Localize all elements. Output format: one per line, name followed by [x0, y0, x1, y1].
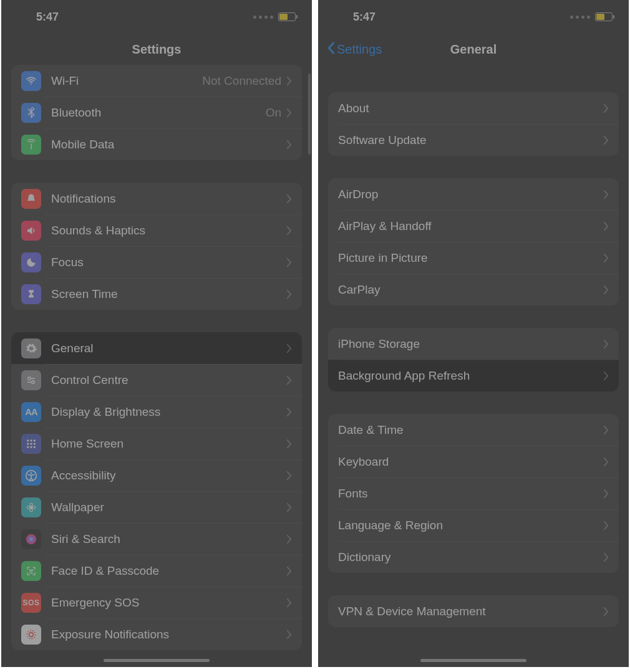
moon-icon: [21, 252, 41, 272]
row-mobile-data[interactable]: Mobile Data: [11, 128, 302, 160]
row-faceid[interactable]: Face ID & Passcode: [11, 555, 302, 587]
svg-point-16: [30, 509, 33, 512]
chevron-right-icon: [286, 257, 292, 267]
chevron-right-icon: [286, 598, 292, 608]
row-bluetooth[interactable]: BluetoothOn: [11, 97, 302, 128]
row-wallpaper[interactable]: Wallpaper: [11, 491, 302, 523]
chevron-right-icon: [286, 108, 292, 118]
status-bar: 5:47: [318, 0, 629, 34]
row-label: Emergency SOS: [51, 596, 286, 610]
svg-point-20: [29, 569, 30, 570]
chevron-right-icon: [286, 289, 292, 299]
chevron-right-icon: [286, 407, 292, 417]
row-fonts[interactable]: Fonts: [328, 478, 619, 509]
switches-icon: [21, 370, 41, 390]
home-indicator[interactable]: [104, 659, 210, 662]
row-about[interactable]: About: [328, 92, 619, 124]
nav-bar: Settings: [1, 34, 312, 65]
chevron-right-icon: [603, 457, 609, 467]
svg-rect-4: [31, 439, 32, 441]
row-background-app-refresh[interactable]: Background App Refresh: [328, 360, 619, 391]
row-label: Home Screen: [51, 437, 286, 451]
chevron-right-icon: [603, 339, 609, 349]
back-button[interactable]: Settings: [327, 41, 382, 58]
home-indicator[interactable]: [420, 659, 526, 662]
row-label: Software Update: [338, 133, 603, 147]
chevron-right-icon: [286, 471, 292, 481]
row-date-time[interactable]: Date & Time: [328, 414, 619, 446]
svg-rect-10: [31, 446, 32, 448]
row-label: About: [338, 102, 603, 115]
row-control-centre[interactable]: Control Centre: [11, 364, 302, 396]
chevron-left-icon: [327, 41, 336, 58]
chevron-right-icon: [603, 221, 609, 231]
sos-icon: SOS: [21, 593, 41, 613]
scroll-indicator[interactable]: [308, 74, 311, 155]
row-keyboard[interactable]: Keyboard: [328, 446, 619, 478]
row-software-update[interactable]: Software Update: [328, 124, 619, 156]
svg-point-18: [32, 506, 36, 509]
chevron-right-icon: [286, 534, 292, 544]
status-time: 5:47: [353, 11, 376, 24]
row-iphone-storage[interactable]: iPhone Storage: [328, 328, 619, 360]
row-label: Siri & Search: [51, 532, 286, 546]
row-label: Wallpaper: [51, 501, 286, 514]
gear-icon: [21, 338, 41, 358]
row-sounds-haptics[interactable]: Sounds & Haptics: [11, 214, 302, 246]
row-general[interactable]: General: [11, 332, 302, 364]
row-airdrop[interactable]: AirDrop: [328, 178, 619, 210]
row-label: Focus: [51, 256, 286, 269]
chevron-right-icon: [603, 371, 609, 381]
chevron-right-icon: [286, 375, 292, 385]
row-label: Sounds & Haptics: [51, 224, 286, 238]
row-label: Face ID & Passcode: [51, 564, 286, 578]
row-focus[interactable]: Focus: [11, 246, 302, 278]
row-screen-time[interactable]: Screen Time: [11, 278, 302, 310]
accessibility-icon: [21, 466, 41, 486]
nav-bar: Settings General: [318, 34, 629, 65]
row-wifi[interactable]: Wi-FiNot Connected: [11, 65, 302, 97]
row-label: Accessibility: [51, 469, 286, 482]
row-home-screen[interactable]: Home Screen: [11, 428, 302, 459]
row-value: On: [266, 106, 281, 120]
chevron-right-icon: [286, 194, 292, 204]
row-accessibility[interactable]: Accessibility: [11, 459, 302, 491]
row-label: Notifications: [51, 192, 286, 206]
svg-rect-11: [34, 446, 36, 448]
row-label: Mobile Data: [51, 138, 286, 151]
chevron-right-icon: [603, 425, 609, 435]
status-bar: 5:47: [1, 0, 312, 34]
row-emergency-sos[interactable]: SOSEmergency SOS: [11, 587, 302, 618]
chevron-right-icon: [603, 135, 609, 145]
row-display[interactable]: AADisplay & Brightness: [11, 396, 302, 428]
row-label: iPhone Storage: [338, 337, 603, 351]
text-size-icon: AA: [21, 402, 41, 422]
row-airplay-handoff[interactable]: AirPlay & Handoff: [328, 210, 619, 242]
row-pip[interactable]: Picture in Picture: [328, 242, 619, 274]
svg-point-22: [29, 632, 34, 636]
chevron-right-icon: [603, 190, 609, 199]
svg-point-1: [28, 377, 31, 380]
chevron-right-icon: [603, 552, 609, 562]
page-title: General: [450, 42, 497, 57]
row-vpn-device-mgmt[interactable]: VPN & Device Management: [328, 595, 619, 627]
svg-point-23: [27, 630, 35, 638]
chevron-right-icon: [603, 489, 609, 499]
svg-point-17: [27, 506, 30, 509]
back-label: Settings: [337, 42, 382, 57]
svg-rect-8: [34, 443, 36, 444]
row-label: Language & Region: [338, 519, 603, 532]
chevron-right-icon: [286, 502, 292, 512]
chevron-right-icon: [603, 253, 609, 263]
row-value: Not Connected: [202, 74, 281, 88]
svg-rect-5: [34, 439, 36, 441]
row-language-region[interactable]: Language & Region: [328, 509, 619, 541]
row-label: VPN & Device Management: [338, 605, 603, 618]
row-label: AirDrop: [338, 188, 603, 201]
row-carplay[interactable]: CarPlay: [328, 274, 619, 305]
row-notifications[interactable]: Notifications: [11, 183, 302, 214]
row-exposure-notif[interactable]: Exposure Notifications: [11, 618, 302, 650]
row-siri-search[interactable]: Siri & Search: [11, 523, 302, 555]
chevron-right-icon: [603, 103, 609, 113]
row-dictionary[interactable]: Dictionary: [328, 541, 619, 573]
